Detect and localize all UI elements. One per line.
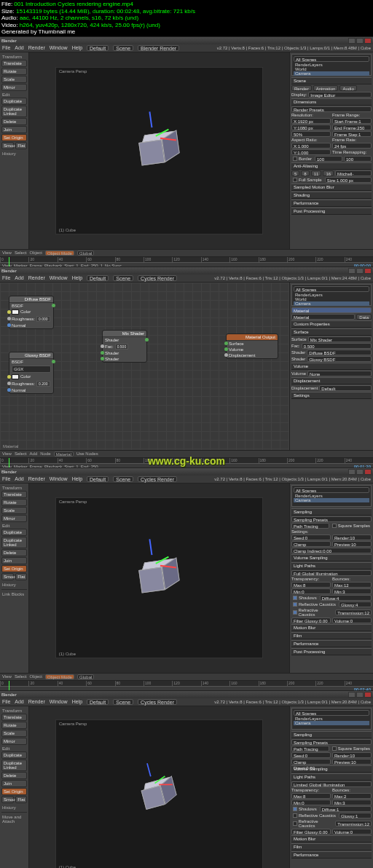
clamp-direct-field[interactable]: Clamp Direct:0.00 (291, 759, 331, 765)
mirror-button[interactable]: Mirror (1, 515, 27, 522)
outliner[interactable]: All Scenes RenderLayers Camera (291, 708, 372, 730)
flat-button[interactable]: Flat (15, 573, 27, 580)
roughness-input-socket[interactable] (7, 382, 11, 385)
settings-header[interactable]: Settings (291, 392, 372, 399)
join-button[interactable]: Join (1, 780, 27, 787)
sampling-header[interactable]: Sampling (291, 508, 372, 516)
seed-field[interactable]: Seed:0 (291, 534, 331, 540)
scene-dropdown[interactable]: Scene (113, 45, 133, 51)
menu-window[interactable]: Window (50, 45, 68, 50)
minimize-button[interactable] (348, 38, 356, 44)
mode-dropdown[interactable]: Object Mode (45, 250, 74, 256)
timeline-cursor[interactable] (9, 257, 9, 267)
start-frame-field[interactable]: Start Frame:1 (332, 118, 372, 124)
clamp-indirect-field[interactable]: Clamp Indirect:0.00 (291, 548, 372, 553)
outliner-item[interactable]: Camera (294, 301, 369, 306)
shadows-checkbox[interactable] (293, 807, 297, 811)
outliner[interactable]: All Scenes RenderLayers World Camera (291, 54, 372, 76)
smooth-button[interactable]: Smooth (1, 573, 14, 580)
render-samples-field[interactable]: Render:10 (332, 534, 372, 540)
view-menu[interactable]: View (2, 250, 12, 255)
layout-dropdown[interactable]: Default (87, 476, 109, 482)
lightpath-preset-dropdown[interactable]: Full Global Illumination (291, 570, 372, 576)
maximize-button[interactable] (356, 268, 364, 274)
roughness-input-socket[interactable] (7, 317, 11, 320)
performance-header[interactable]: Performance (291, 851, 372, 859)
minimize-button[interactable] (348, 692, 356, 698)
color-input-socket[interactable] (7, 310, 11, 314)
aa-8[interactable]: 8 (301, 170, 309, 176)
normal-input-socket[interactable] (7, 323, 11, 327)
animation-button[interactable]: Animation (313, 85, 339, 91)
layout-dropdown[interactable]: Default (87, 699, 109, 705)
trans-max-field[interactable]: Max:8 (291, 793, 331, 799)
menu-file[interactable]: File (2, 476, 10, 481)
shader-input-socket[interactable] (101, 351, 104, 355)
timeline-cursor[interactable] (9, 458, 9, 467)
cube-object[interactable] (140, 776, 178, 814)
timeline-cursor[interactable] (9, 681, 9, 690)
sampling-presets-dropdown[interactable]: Sampling Presets (291, 516, 372, 522)
join-button[interactable]: Join (1, 126, 27, 133)
custom-props-header[interactable]: Custom Properties (291, 320, 372, 328)
timeline[interactable]: 0 20 40 60 80 100 120 140 160 180 200 22… (0, 256, 373, 267)
motion-blur-header[interactable]: Motion Blur (291, 624, 372, 631)
menu-file[interactable]: File (2, 45, 10, 50)
scale-button[interactable]: Scale (1, 730, 27, 737)
res-y-field[interactable]: Y:1080 px (291, 125, 331, 130)
remap-new-field[interactable]: 100 (344, 156, 372, 162)
integrator-dropdown[interactable]: Path Tracing (291, 746, 329, 751)
mix-shader-node[interactable]: Mix Shader Shader Fac:0.500 Shader Shade… (102, 330, 147, 363)
duplicate-linked-button[interactable]: Duplicate Linked (1, 760, 27, 771)
maximize-button[interactable] (356, 692, 364, 698)
post-processing-header[interactable]: Post Processing (291, 648, 372, 655)
render-button[interactable]: Render (291, 85, 312, 91)
minimize-button[interactable] (348, 469, 356, 475)
node-editor[interactable]: Diffuse BSDF BSDF Color Roughness:0.000 … (0, 283, 289, 450)
menu-add[interactable]: Add (15, 476, 23, 481)
node-menu[interactable]: Node (40, 451, 50, 456)
maximize-button[interactable] (356, 38, 364, 44)
light-paths-header[interactable]: Light Paths (291, 773, 372, 781)
displacement-input-socket[interactable] (224, 353, 228, 357)
mode-dropdown[interactable]: Object Mode (45, 674, 74, 679)
refractive-caustics-checkbox[interactable] (293, 610, 297, 615)
maximize-button[interactable] (356, 469, 364, 475)
join-button[interactable]: Join (1, 557, 27, 564)
square-samples-checkbox[interactable] (332, 746, 337, 751)
outliner-search[interactable]: All Scenes (294, 56, 369, 62)
close-button[interactable] (364, 692, 372, 698)
film-header[interactable]: Film (291, 632, 372, 639)
fac-field[interactable]: 0.500 (302, 343, 372, 349)
aa-5[interactable]: 5 (291, 170, 299, 176)
select-menu[interactable]: Select (15, 250, 27, 255)
color-input-socket[interactable] (7, 375, 11, 379)
scene-dropdown[interactable]: Scene (113, 699, 133, 705)
delete-button[interactable]: Delete (1, 549, 27, 556)
material-slot[interactable]: Material (291, 307, 372, 313)
resolution-pct-field[interactable]: 50% (291, 131, 331, 137)
shader1-dropdown[interactable]: Diffuse BSDF (307, 350, 372, 355)
window-titlebar[interactable]: Blender (0, 468, 373, 476)
transmission-bounces-field[interactable]: Transmission:12 (335, 609, 372, 615)
anti-aliasing-header[interactable]: Anti-Aliasing (291, 162, 372, 170)
full-sample-checkbox[interactable] (293, 178, 297, 182)
frame-step-field[interactable]: Frame Step:1 (332, 131, 372, 137)
rotate-button[interactable]: Rotate (1, 499, 27, 506)
cube-object[interactable] (138, 558, 179, 599)
fac-field[interactable]: 0.500 (115, 344, 129, 350)
render-engine-dropdown[interactable]: Cycles Render (138, 699, 177, 705)
shader-output-socket[interactable] (145, 338, 149, 342)
material-dropdown[interactable]: Material (54, 451, 74, 457)
performance-header[interactable]: Performance (291, 640, 372, 647)
menu-window[interactable]: Window (50, 476, 68, 481)
menu-render[interactable]: Render (28, 699, 45, 704)
diffuse-bounces-field[interactable]: Diffuse:4 (320, 595, 372, 601)
bounce-min-field[interactable]: Min:3 (332, 800, 372, 805)
reflective-caustics-checkbox[interactable] (293, 813, 297, 818)
dimensions-header[interactable]: Dimensions (291, 98, 372, 106)
lightpath-preset-dropdown[interactable]: Limited Global Illumination (291, 781, 372, 787)
outliner-search[interactable]: All Scenes (294, 487, 369, 493)
duplicate-button[interactable]: Duplicate (1, 529, 27, 536)
filter-glossy-field[interactable]: Filter Glossy:0.00 (291, 618, 331, 623)
